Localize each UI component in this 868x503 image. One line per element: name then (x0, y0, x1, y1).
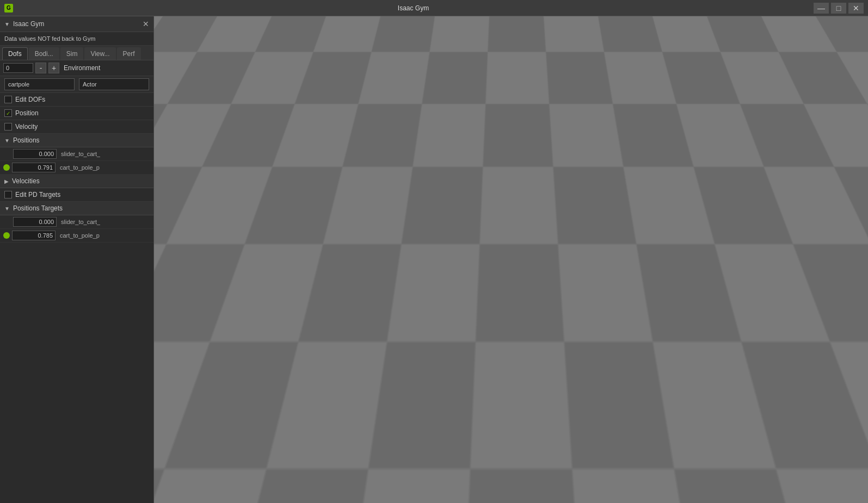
edit-dofs-item[interactable]: Edit DOFs (0, 93, 153, 107)
velocity-label: Velocity (15, 123, 38, 131)
tab-bar: Dofs Bodi... Sim View... Perf (0, 46, 153, 60)
actor-row: cartpole Actor (0, 76, 153, 93)
positions-targets-name-0: slider_to_cart_ (61, 219, 100, 225)
positions-name-0: slider_to_cart_ (61, 151, 100, 157)
edit-pd-targets-checkbox[interactable] (4, 191, 12, 198)
maximize-button[interactable]: □ (831, 3, 846, 14)
positions-name-1: cart_to_pole_p (60, 164, 100, 171)
env-plus-button[interactable]: + (48, 63, 59, 73)
positions-value-1[interactable] (12, 163, 56, 172)
positions-targets-header-label: Positions Targets (13, 204, 63, 212)
tab-sim[interactable]: Sim (60, 47, 84, 60)
position-item[interactable]: ✓ Position (0, 107, 153, 120)
title-bar-controls: — □ ✕ (814, 3, 864, 14)
warning-text: Data values NOT fed back to Gym (0, 32, 153, 46)
velocities-chevron-icon: ▶ (4, 178, 9, 184)
positions-value-0[interactable] (13, 149, 57, 159)
actor-label: Actor (79, 78, 149, 90)
edit-pd-targets-item[interactable]: Edit PD Targets (0, 188, 153, 202)
main-content: ▼ Isaac Gym ✕ Data values NOT fed back t… (0, 16, 868, 503)
env-index-input[interactable] (3, 63, 33, 73)
edit-dofs-label: Edit DOFs (15, 96, 45, 103)
title-bar-text: Isaac Gym (17, 4, 809, 12)
positions-targets-section-header[interactable]: ▼ Positions Targets (0, 202, 153, 215)
velocities-header-label: Velocities (12, 177, 40, 185)
velocity-checkbox[interactable] (4, 123, 12, 131)
tab-bodies[interactable]: Bodi... (29, 47, 59, 60)
panel-title: Isaac Gym (13, 20, 44, 28)
position-checkbox[interactable]: ✓ (4, 109, 12, 117)
positions-targets-name-1: cart_to_pole_p (60, 232, 100, 239)
panel-close-icon[interactable]: ✕ (143, 20, 149, 28)
positions-targets-value-0[interactable] (13, 217, 57, 227)
tab-perf[interactable]: Perf (117, 47, 141, 60)
panel-arrow-icon: ▼ (4, 21, 10, 27)
env-minus-button[interactable]: - (35, 63, 46, 73)
positions-section-header[interactable]: ▼ Positions (0, 134, 153, 147)
positions-targets-row-1: cart_to_pole_p (0, 229, 153, 243)
app-icon: G (4, 4, 13, 13)
tab-view[interactable]: View... (84, 47, 115, 60)
positions-slider-1[interactable] (3, 164, 10, 171)
environment-row: - + Environment (0, 60, 153, 76)
positions-targets-chevron-icon: ▼ (4, 206, 10, 212)
positions-targets-row-0: slider_to_cart_ (0, 215, 153, 229)
position-label: Position (15, 109, 39, 117)
positions-chevron-icon: ▼ (4, 138, 10, 144)
minimize-button[interactable]: — (814, 3, 829, 14)
tab-dofs[interactable]: Dofs (2, 47, 28, 60)
left-panel: ▼ Isaac Gym ✕ Data values NOT fed back t… (0, 16, 154, 503)
close-button[interactable]: ✕ (848, 3, 864, 14)
velocity-item[interactable]: Velocity (0, 120, 153, 134)
positions-targets-value-1[interactable] (12, 231, 56, 240)
title-bar: G Isaac Gym — □ ✕ (0, 0, 868, 16)
positions-row-1: cart_to_pole_p (0, 161, 153, 175)
actor-name: cartpole (4, 78, 75, 90)
environment-label: Environment (64, 64, 100, 72)
velocities-section-header[interactable]: ▶ Velocities (0, 175, 153, 188)
edit-dofs-checkbox[interactable] (4, 96, 12, 103)
positions-row-0: slider_to_cart_ (0, 147, 153, 161)
edit-pd-targets-label: Edit PD Targets (15, 191, 60, 198)
panel-header: ▼ Isaac Gym ✕ (0, 16, 153, 32)
viewport[interactable] (154, 16, 868, 503)
positions-targets-slider-1[interactable] (3, 232, 10, 239)
positions-header-label: Positions (13, 136, 40, 144)
